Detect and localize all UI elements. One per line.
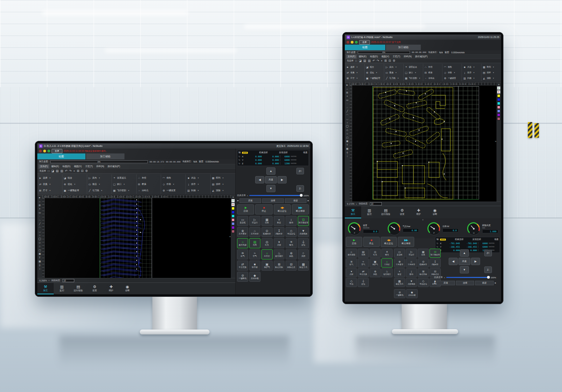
jog-up-button[interactable]: ▲ <box>460 249 469 257</box>
tab-run-report[interactable]: ▤运行报告 <box>70 283 86 294</box>
layer-color-purple[interactable] <box>231 226 235 229</box>
grid-button[interactable]: ⊙机械回零 <box>418 258 429 267</box>
ruler-tool-icon[interactable]: ▭ <box>39 211 41 214</box>
grid-button[interactable]: ↨随动 <box>286 216 297 226</box>
pan-tool-icon[interactable]: ↔ <box>39 200 41 203</box>
grid-button[interactable]: ◎红光 <box>370 249 381 258</box>
menu-draw[interactable]: 绘图(D) <box>369 55 379 59</box>
rewind-icon[interactable]: « <box>237 199 238 202</box>
grid-button[interactable]: ▭走边框 <box>237 216 248 226</box>
coedge-button[interactable]: ■共边 <box>187 175 209 181</box>
grid-button[interactable]: ┼定位 <box>358 278 369 287</box>
grid-button[interactable]: ▩标定方式 <box>394 278 405 287</box>
layer-visible-check-icon[interactable]: ✓ <box>231 199 235 202</box>
jog-left-button[interactable]: ◀ <box>449 258 458 265</box>
slider-thumb[interactable] <box>300 194 303 197</box>
ellipse-tool-icon[interactable]: ◯ <box>346 125 349 128</box>
grid-button[interactable]: ⊡加工预处理 <box>298 216 309 226</box>
grid-button[interactable]: ⊞标记坐标 <box>274 261 285 271</box>
grid-button[interactable]: ▼点射截面 <box>406 278 417 287</box>
grid-button[interactable]: ⌂工件回零 <box>406 258 417 267</box>
polygon-tool-icon[interactable]: ◇ <box>346 129 348 132</box>
jog-fast-button[interactable]: 高速 <box>458 258 470 265</box>
dock-button[interactable]: ◇停靠 <box>443 70 461 75</box>
menu-edit[interactable]: 编辑(E) <box>357 55 368 59</box>
node-edit-icon[interactable]: ∴ <box>39 219 40 222</box>
menu-file[interactable]: 文件(F) <box>39 165 49 168</box>
leadline-button[interactable]: ╱引刀线 <box>385 75 402 81</box>
fit-view-icon[interactable]: ⊞ <box>346 91 348 95</box>
grid-button[interactable]: ◇寻边定位 <box>418 278 429 287</box>
grid-button[interactable]: ⊕工件置零 <box>237 227 248 237</box>
grid-button[interactable]: ⊞标记坐标 <box>418 268 429 277</box>
circle-tool-icon[interactable]: ○ <box>347 121 348 125</box>
rect-tool-icon[interactable]: ▢ <box>39 249 41 252</box>
compensate-button[interactable]: ∴补偿 <box>138 175 160 181</box>
move-tool-icon[interactable]: ↕ <box>347 155 348 158</box>
rect-tool-icon[interactable]: ▢ <box>346 136 349 140</box>
nest-button[interactable]: ▤排样 <box>212 181 234 187</box>
menu-path-plan[interactable]: 路径规划(P) <box>414 55 429 59</box>
flycut-button[interactable]: ▦飞行切割 <box>113 187 135 194</box>
grid-button[interactable]: ▣保护气 <box>370 258 381 267</box>
scan-button[interactable]: ▥扫描 <box>187 187 209 194</box>
continuous-button[interactable]: 连续 <box>456 281 474 285</box>
point-tool-icon[interactable]: · <box>39 215 40 218</box>
jog-up-button[interactable]: ▲ <box>266 167 275 175</box>
select-tool-icon[interactable]: ► <box>39 196 41 199</box>
grid-button[interactable]: ☼工作灯 <box>381 258 393 267</box>
menu-process[interactable]: 工艺(T) <box>391 55 402 59</box>
grid-button[interactable]: ▤光闸 <box>358 249 369 258</box>
node-edit-icon[interactable]: ∴ <box>347 106 348 110</box>
tab-monitor[interactable]: ▥监控 <box>54 283 70 294</box>
ellipse-tool-icon[interactable]: ◯ <box>38 238 41 241</box>
jog-down-button[interactable]: ▼ <box>460 266 469 273</box>
arc3-tool-icon[interactable]: ◡ <box>346 118 348 121</box>
forward-icon[interactable]: » <box>495 281 496 285</box>
grid-button[interactable]: ▼点射截面 <box>298 227 309 237</box>
grid-button[interactable]: ▤光闸 <box>249 238 260 248</box>
coedge-button[interactable]: ■共边 <box>463 64 480 70</box>
locate-icon[interactable]: ⌖ <box>381 59 382 62</box>
grid-button[interactable]: ☀曝光 <box>381 249 393 258</box>
menu-path-plan[interactable]: 路径规划(P) <box>106 165 122 168</box>
jog-down-button[interactable]: ▼ <box>266 185 275 192</box>
grid-button[interactable]: ≋吹气 <box>346 258 357 267</box>
grid-tool-icon[interactable]: ▦ <box>346 148 349 151</box>
chamfer-button[interactable]: ◠倒角 <box>443 64 461 70</box>
dimension-button[interactable]: ⊞尺寸 <box>346 75 363 81</box>
grid-button[interactable]: ▣保护气 <box>261 261 273 271</box>
one-key-preprocess-button[interactable]: ▣一键预处理 <box>63 187 86 194</box>
roundrect-tool-icon[interactable]: ▣ <box>39 252 41 256</box>
zoom-dropdown-icon[interactable]: ▾ <box>48 279 50 281</box>
one-key-preprocess-button[interactable]: ▣一键预处理 <box>366 75 383 81</box>
layer-color-yellow[interactable] <box>497 94 500 97</box>
tab-draw[interactable]: 绘图 <box>37 153 85 159</box>
menu-nest[interactable]: 排样(N) <box>402 55 413 59</box>
jog-z-minus-button[interactable]: Z- <box>484 266 492 273</box>
locate-icon[interactable]: ⌖ <box>73 169 75 173</box>
one-key-setting-button[interactable]: ⚙一键设置 <box>443 75 461 81</box>
line-tool-icon[interactable]: ╱ <box>347 110 348 113</box>
import-icon[interactable]: ▤ <box>363 59 366 62</box>
layer-hidden-x-icon[interactable]: ✕ <box>497 90 500 93</box>
tab-draw[interactable]: 绘图 <box>345 45 385 50</box>
layer-color-cyan[interactable] <box>231 214 235 218</box>
microjoint-button[interactable]: ▭微连 <box>88 181 111 187</box>
grid-button[interactable]: ⌖标定 <box>274 216 285 226</box>
forward-icon[interactable]: » <box>307 199 309 202</box>
grid-button[interactable]: ≋吹气 <box>237 249 248 259</box>
bridge-button[interactable]: ⊟桥接 <box>138 181 160 187</box>
grid-button[interactable]: ⊕工件置零 <box>394 258 405 267</box>
zoom-tool-icon[interactable]: ⌖ <box>347 95 348 98</box>
coolpoint-button[interactable]: ◦冷却点 <box>424 75 441 81</box>
arc3-tool-icon[interactable]: ◡ <box>39 230 41 233</box>
grid-button[interactable]: ⇄平台交换 <box>237 261 248 271</box>
grid-button[interactable]: ▩标定方式 <box>298 261 309 271</box>
one-key-setting-button[interactable]: ⚙一键设置 <box>162 187 184 194</box>
dimension-button[interactable]: ⊞尺寸 <box>39 187 61 194</box>
canvas-viewport[interactable] <box>352 85 496 202</box>
compensate-button[interactable]: ∴补偿 <box>424 64 441 70</box>
zoom-tool-icon[interactable]: ⌖ <box>39 208 40 211</box>
grid-button[interactable]: ◇寻边定位 <box>286 227 297 237</box>
